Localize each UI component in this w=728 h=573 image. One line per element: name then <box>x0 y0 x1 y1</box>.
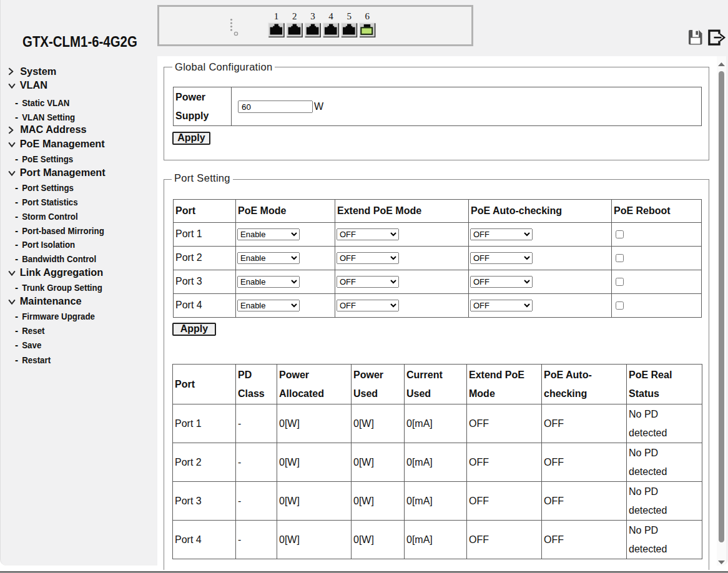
svg-text:4: 4 <box>328 11 333 21</box>
svg-text:5: 5 <box>347 11 352 21</box>
svg-text:6: 6 <box>365 11 370 21</box>
svg-text:3: 3 <box>310 11 315 21</box>
svg-text:2: 2 <box>292 11 297 21</box>
svg-text:1: 1 <box>274 11 279 21</box>
